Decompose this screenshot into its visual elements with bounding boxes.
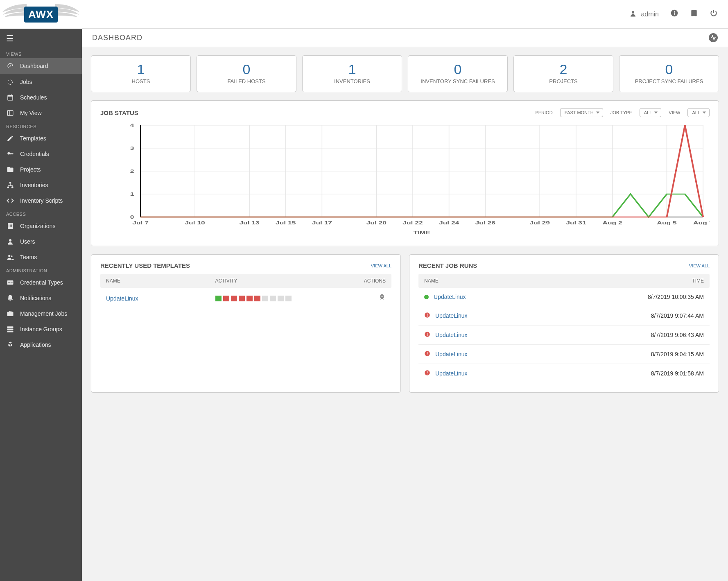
stat-label: INVENTORY SYNC FAILURES bbox=[411, 78, 504, 84]
templates-panel: RECENTLY USED TEMPLATES VIEW ALL NAME AC… bbox=[91, 254, 401, 393]
job-run-row: UpdateLinux8/7/2019 9:04:15 AM bbox=[418, 345, 710, 364]
sidebar-item-users[interactable]: Users bbox=[0, 234, 82, 249]
jobtype-label: JOB TYPE bbox=[610, 110, 632, 115]
svg-point-6 bbox=[8, 255, 10, 257]
templates-view-all[interactable]: VIEW ALL bbox=[371, 263, 391, 268]
sidebar-item-inventories[interactable]: Inventories bbox=[0, 177, 82, 193]
activity-stream-icon[interactable] bbox=[709, 33, 718, 42]
stat-value: 0 bbox=[411, 61, 504, 77]
template-name-link[interactable]: UpdateLinux bbox=[106, 295, 215, 302]
sidebar-item-instance-groups[interactable]: Instance Groups bbox=[0, 321, 82, 337]
job-run-link[interactable]: UpdateLinux bbox=[435, 370, 468, 377]
sidebar-item-notifications[interactable]: Notifications bbox=[0, 290, 82, 306]
status-failed-icon bbox=[424, 350, 430, 358]
job-run-time: 8/7/2019 10:00:35 AM bbox=[622, 294, 704, 300]
section-views: VIEWS bbox=[0, 48, 82, 58]
user-icon bbox=[6, 238, 14, 245]
status-failed-icon bbox=[424, 312, 430, 319]
svg-text:Jul 10: Jul 10 bbox=[185, 220, 205, 225]
stat-value: 0 bbox=[623, 61, 715, 77]
calendar-icon bbox=[6, 94, 14, 101]
sidebar-item-credentials[interactable]: Credentials bbox=[0, 146, 82, 162]
sidebar-item-organizations[interactable]: Organizations bbox=[0, 218, 82, 234]
gauge-icon bbox=[6, 62, 14, 70]
panel-title: JOB STATUS bbox=[100, 109, 138, 116]
view-select[interactable]: ALL bbox=[687, 108, 710, 117]
sidebar: AWX ☰ VIEWS Dashboard ◌Jobs Schedules My… bbox=[0, 0, 82, 581]
job-status-chart: 01234Jul 7Jul 10Jul 13Jul 15Jul 17Jul 20… bbox=[100, 122, 710, 237]
sidebar-item-applications[interactable]: Applications bbox=[0, 337, 82, 353]
sidebar-item-projects[interactable]: Projects bbox=[0, 162, 82, 177]
svg-rect-11 bbox=[11, 283, 12, 283]
stat-card[interactable]: 1INVENTORIES bbox=[302, 55, 402, 92]
page-title: DASHBOARD bbox=[92, 34, 142, 42]
sidebar-item-dashboard[interactable]: Dashboard bbox=[0, 58, 82, 74]
svg-rect-14 bbox=[7, 331, 14, 332]
stat-value: 2 bbox=[517, 61, 610, 77]
template-row: UpdateLinux bbox=[100, 288, 391, 309]
job-run-time: 8/7/2019 9:01:58 AM bbox=[622, 370, 704, 377]
sidebar-item-schedules[interactable]: Schedules bbox=[0, 90, 82, 105]
stat-card[interactable]: 0PROJECT SYNC FAILURES bbox=[619, 55, 719, 92]
stat-card[interactable]: 0INVENTORY SYNC FAILURES bbox=[408, 55, 508, 92]
main: admin DASHBOARD 1HOSTS0FAILED HOSTS1INVE… bbox=[82, 0, 728, 581]
sidebar-item-jobs[interactable]: ◌Jobs bbox=[0, 74, 82, 90]
templates-body: UpdateLinux bbox=[100, 288, 391, 309]
folder-icon bbox=[6, 166, 14, 173]
stat-card[interactable]: 1HOSTS bbox=[91, 55, 191, 92]
sidebar-item-management-jobs[interactable]: Management Jobs bbox=[0, 306, 82, 321]
job-run-link[interactable]: UpdateLinux bbox=[434, 294, 466, 300]
svg-text:Jul 29: Jul 29 bbox=[530, 220, 550, 225]
job-run-link[interactable]: UpdateLinux bbox=[435, 332, 468, 338]
job-run-time: 8/7/2019 9:06:43 AM bbox=[622, 332, 704, 338]
sidebar-item-credential-types[interactable]: Credential Types bbox=[0, 275, 82, 290]
circle-dots-icon: ◌ bbox=[6, 78, 14, 86]
stat-label: INVENTORIES bbox=[306, 78, 398, 84]
status-failed-icon bbox=[424, 331, 430, 339]
job-run-time: 8/7/2019 9:04:15 AM bbox=[622, 351, 704, 357]
job-run-link[interactable]: UpdateLinux bbox=[435, 351, 468, 357]
job-run-time: 8/7/2019 9:07:44 AM bbox=[622, 312, 704, 319]
launch-icon[interactable] bbox=[378, 294, 386, 303]
job-status-panel: JOB STATUS PERIOD PAST MONTH JOB TYPE AL… bbox=[91, 100, 719, 246]
svg-rect-13 bbox=[7, 329, 14, 330]
hamburger-icon[interactable]: ☰ bbox=[0, 29, 82, 48]
col-activity: ACTIVITY bbox=[215, 278, 357, 284]
activity-square bbox=[231, 296, 237, 301]
period-label: PERIOD bbox=[535, 110, 552, 115]
runs-view-all[interactable]: VIEW ALL bbox=[689, 263, 710, 268]
sidebar-item-inventory-scripts[interactable]: Inventory Scripts bbox=[0, 193, 82, 208]
period-select[interactable]: PAST MONTH bbox=[560, 108, 603, 117]
sidebar-item-myview[interactable]: My View bbox=[0, 105, 82, 121]
svg-text:Jul 20: Jul 20 bbox=[366, 220, 387, 225]
svg-text:Aug 2: Aug 2 bbox=[602, 220, 622, 225]
job-run-row: UpdateLinux8/7/2019 9:01:58 AM bbox=[418, 364, 710, 383]
svg-text:1: 1 bbox=[130, 192, 134, 197]
status-failed-icon bbox=[424, 370, 430, 377]
logo[interactable]: AWX bbox=[24, 7, 58, 23]
users-icon bbox=[6, 253, 14, 261]
stat-card[interactable]: 2PROJECTS bbox=[513, 55, 613, 92]
job-run-link[interactable]: UpdateLinux bbox=[435, 312, 468, 319]
jobtype-select[interactable]: ALL bbox=[640, 108, 662, 117]
activity-square bbox=[254, 296, 260, 301]
book-icon[interactable] bbox=[690, 9, 698, 19]
sidebar-item-templates[interactable]: Templates bbox=[0, 131, 82, 146]
svg-rect-71 bbox=[427, 371, 427, 373]
svg-point-15 bbox=[632, 11, 634, 14]
user-menu[interactable]: admin bbox=[629, 10, 659, 19]
panel-title: RECENTLY USED TEMPLATES bbox=[100, 262, 190, 269]
stat-card[interactable]: 0FAILED HOSTS bbox=[197, 55, 296, 92]
svg-point-69 bbox=[427, 355, 428, 355]
pencil-square-icon bbox=[6, 135, 14, 142]
stat-value: 1 bbox=[95, 61, 187, 77]
sidebar-item-label: Users bbox=[20, 238, 35, 245]
power-icon[interactable] bbox=[710, 9, 718, 19]
sidebar-item-label: Applications bbox=[20, 341, 51, 348]
runs-panel: RECENT JOB RUNS VIEW ALL NAME TIME Updat… bbox=[409, 254, 719, 393]
info-icon[interactable] bbox=[670, 9, 678, 19]
section-administration: ADMINISTRATION bbox=[0, 265, 82, 275]
sidebar-item-label: Notifications bbox=[20, 295, 51, 301]
wing-left-icon bbox=[2, 4, 27, 20]
sidebar-item-teams[interactable]: Teams bbox=[0, 249, 82, 265]
